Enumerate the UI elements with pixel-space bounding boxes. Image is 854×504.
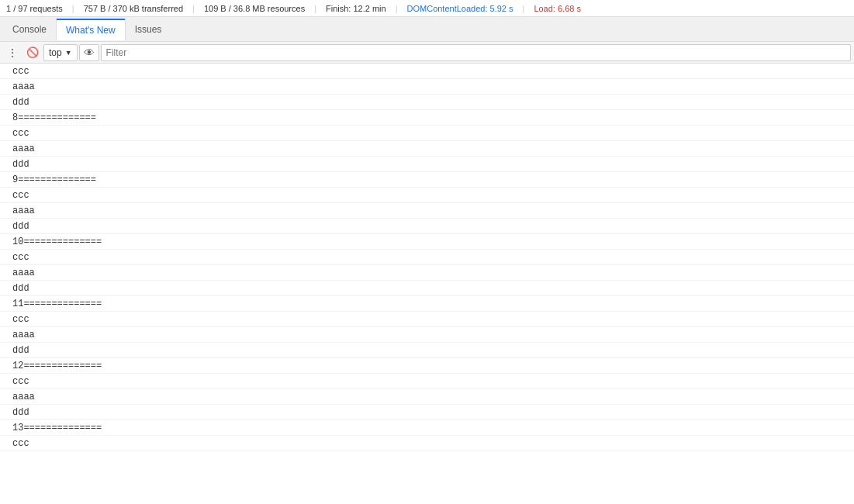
console-line: aaaa [0,79,854,95]
console-line: aaaa [0,327,854,343]
console-line: aaaa [0,265,854,281]
transferred-stat: 757 B / 370 kB transferred [84,4,183,13]
console-line: 13============== [0,420,854,436]
console-line: 10============== [0,234,854,250]
finish-stat: Finish: 12.2 min [326,4,386,13]
tab-whats-new[interactable]: What's New [56,19,126,40]
console-line: ccc [0,374,854,389]
console-line: ddd [0,405,854,420]
console-line: ccc [0,126,854,141]
console-line: 11============== [0,296,854,312]
tabs-bar: Console What's New Issues [0,17,854,42]
tab-issues[interactable]: Issues [126,19,171,40]
network-stats-bar: 1 / 97 requests | 757 B / 370 kB transfe… [0,0,854,17]
console-output[interactable]: cccaaaaddd8==============cccaaaaddd9====… [0,64,854,504]
console-line: ccc [0,64,854,79]
context-label: top [49,47,62,58]
more-options-button[interactable]: ⋮ [3,44,22,61]
resources-stat: 109 B / 36.8 MB resources [204,4,305,13]
console-line: ccc [0,312,854,327]
chevron-down-icon: ▼ [65,49,72,57]
console-line: ccc [0,188,854,203]
console-line: 8============== [0,110,854,126]
requests-stat: 1 / 97 requests [6,4,63,13]
clear-icon: 🚫 [26,47,39,58]
dom-content-loaded-stat: DOMContentLoaded: 5.92 s [407,4,513,13]
console-line: ddd [0,95,854,110]
load-stat: Load: 6.68 s [534,4,581,13]
live-expressions-button[interactable]: 👁 [79,44,99,61]
console-line: 12============== [0,358,854,374]
more-options-icon: ⋮ [7,47,18,59]
tab-console[interactable]: Console [3,19,56,40]
clear-console-button[interactable]: 🚫 [23,44,42,61]
console-line: ccc [0,436,854,451]
context-selector[interactable]: top ▼ [43,44,78,61]
console-line: ddd [0,343,854,358]
console-toolbar: ⋮ 🚫 top ▼ 👁 [0,42,854,64]
eye-icon: 👁 [84,47,95,59]
console-line: 9============== [0,172,854,188]
console-line: ddd [0,219,854,234]
console-line: ddd [0,281,854,296]
console-line: aaaa [0,203,854,219]
console-line: aaaa [0,389,854,405]
filter-input[interactable] [101,44,851,61]
console-line: ccc [0,250,854,265]
console-line: aaaa [0,141,854,157]
console-line: ddd [0,157,854,172]
